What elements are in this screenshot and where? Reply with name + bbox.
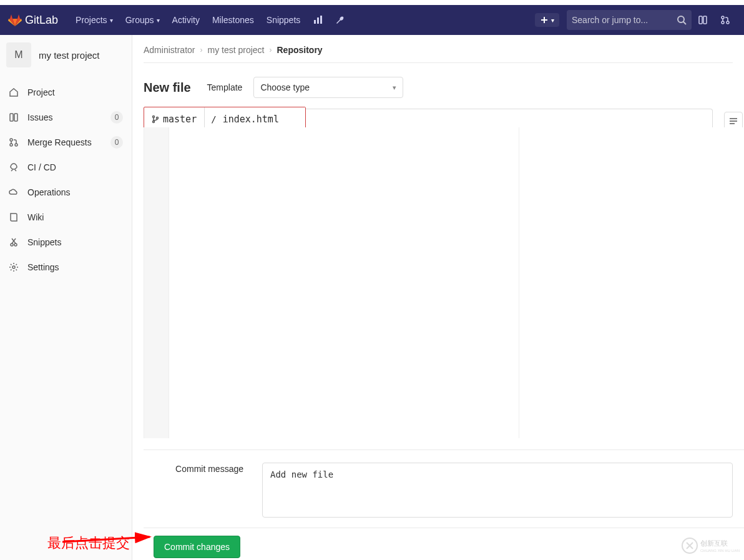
nav-groups[interactable]: Groups▾: [119, 5, 166, 35]
svg-rect-8: [703, 16, 707, 24]
project-avatar: M: [6, 42, 31, 67]
nav-merge-requests-icon[interactable]: [714, 15, 737, 25]
editor-gutter-bg: [144, 127, 169, 438]
search-input[interactable]: [572, 15, 677, 25]
commit-message-section: Commit message: [144, 449, 744, 518]
home-icon: [9, 87, 19, 97]
commit-message-input[interactable]: [262, 463, 733, 518]
editor-ruler: [519, 127, 519, 438]
sidebar-item-label: Operations: [27, 187, 70, 197]
merge-icon: [9, 137, 19, 147]
sidebar-item-label: Wiki: [27, 212, 44, 222]
book-icon: [9, 212, 19, 222]
gitlab-logo-icon: [7, 12, 22, 27]
sidebar-item-label: CI / CD: [27, 162, 56, 172]
nav-milestones[interactable]: Milestones: [206, 5, 260, 35]
project-header[interactable]: M my test project: [0, 35, 132, 80]
watermark-logo: 创新互联 CHUANG XIN HU LIAN: [680, 536, 740, 555]
editor-area[interactable]: [144, 127, 744, 438]
breadcrumb: Administrator › my test project › Reposi…: [144, 45, 733, 63]
sidebar-item-cicd[interactable]: CI / CD: [0, 155, 132, 180]
chevron-right-icon: ›: [200, 46, 202, 54]
template-value: Choose type: [260, 82, 310, 92]
breadcrumb-admin[interactable]: Administrator: [144, 45, 195, 55]
snippet-icon: [9, 237, 19, 247]
cloud-icon: [9, 187, 19, 197]
sidebar-item-label: Snippets: [27, 237, 61, 247]
global-search[interactable]: [567, 10, 692, 30]
gear-icon: [9, 262, 19, 272]
search-icon[interactable]: [677, 15, 687, 25]
svg-line-6: [683, 22, 686, 24]
path-separator: /: [205, 114, 222, 124]
commit-changes-button[interactable]: Commit changes: [154, 536, 240, 558]
sidebar-item-project[interactable]: Project: [0, 80, 132, 105]
project-name: my test project: [39, 50, 100, 61]
chevron-right-icon: ›: [270, 46, 272, 54]
svg-point-16: [15, 144, 17, 146]
issues-badge: 0: [110, 111, 123, 124]
sidebar: M my test project Project Issues 0 Merge…: [0, 35, 132, 560]
sidebar-item-issues[interactable]: Issues 0: [0, 105, 132, 130]
commit-actions: Commit changes: [144, 528, 744, 558]
svg-point-20: [153, 116, 155, 118]
svg-rect-0: [314, 20, 316, 24]
chevron-down-icon: ▾: [110, 17, 113, 24]
sidebar-item-operations[interactable]: Operations: [0, 180, 132, 205]
svg-point-10: [722, 21, 724, 24]
nav-analytics-icon[interactable]: [306, 5, 329, 35]
svg-text:创新互联: 创新互联: [700, 539, 728, 547]
new-dropdown[interactable]: ▾: [535, 13, 559, 27]
plus-icon: [540, 16, 549, 24]
branch-name: master: [163, 114, 197, 125]
nav-wrench-icon[interactable]: [329, 5, 351, 35]
sidebar-item-label: Project: [27, 87, 55, 97]
chevron-down-icon: ▾: [551, 17, 554, 24]
svg-rect-2: [320, 16, 322, 24]
nav-activity[interactable]: Activity: [166, 5, 206, 35]
sidebar-item-label: Settings: [27, 262, 59, 272]
svg-text:CHUANG XIN HU LIAN: CHUANG XIN HU LIAN: [700, 549, 740, 553]
sidebar-item-settings[interactable]: Settings: [0, 255, 132, 280]
chevron-down-icon: ▾: [157, 17, 160, 24]
annotation-text: 最后点击提交: [47, 534, 130, 553]
svg-rect-7: [699, 16, 702, 24]
rocket-icon: [9, 162, 19, 172]
template-label: Template: [207, 82, 243, 92]
issues-icon: [9, 112, 19, 122]
svg-point-11: [727, 21, 729, 24]
nav-projects[interactable]: Projects▾: [69, 5, 119, 35]
chevron-down-icon: ▾: [393, 84, 396, 92]
gitlab-logo-text: GitLab: [25, 14, 58, 27]
svg-point-19: [12, 266, 15, 268]
template-select[interactable]: Choose type ▾: [253, 77, 403, 98]
breadcrumb-project[interactable]: my test project: [207, 45, 264, 55]
merge-badge: 0: [110, 136, 123, 149]
sidebar-item-merge-requests[interactable]: Merge Requests 0: [0, 130, 132, 155]
nav-snippets[interactable]: Snippets: [260, 5, 306, 35]
commit-message-label: Commit message: [144, 463, 243, 518]
svg-point-5: [678, 16, 684, 22]
nav-issues-icon[interactable]: [692, 15, 714, 25]
svg-point-17: [11, 243, 13, 246]
breadcrumb-current: Repository: [277, 45, 323, 55]
gitlab-logo[interactable]: GitLab: [7, 12, 58, 27]
sidebar-item-wiki[interactable]: Wiki: [0, 205, 132, 230]
svg-point-14: [10, 139, 12, 141]
sidebar-item-label: Issues: [27, 112, 52, 122]
svg-rect-1: [317, 17, 319, 24]
svg-point-18: [14, 243, 17, 246]
svg-point-9: [722, 16, 724, 19]
sidebar-item-snippets[interactable]: Snippets: [0, 230, 132, 255]
svg-rect-12: [10, 114, 13, 121]
svg-rect-4: [541, 19, 547, 21]
sidebar-item-label: Merge Requests: [27, 137, 92, 147]
svg-rect-13: [14, 114, 17, 121]
top-nav: GitLab Projects▾ Groups▾ Activity Milest…: [0, 5, 744, 35]
svg-point-22: [157, 117, 159, 119]
branch-icon: [152, 115, 159, 124]
page-title: New file: [144, 81, 191, 95]
svg-point-15: [10, 144, 12, 146]
